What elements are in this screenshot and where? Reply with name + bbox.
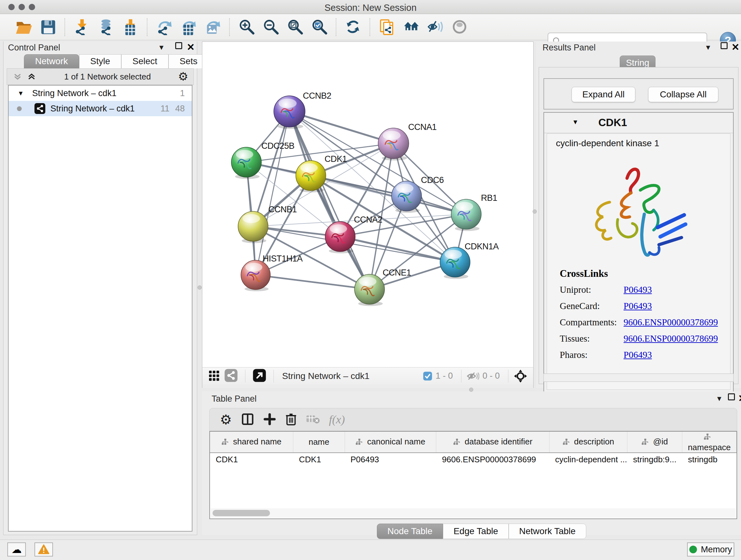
panel-float-icon[interactable] (175, 42, 182, 49)
network-node-HIST1H1A[interactable]: HIST1H1A (241, 254, 303, 291)
table-cell[interactable]: stringdb:9... (627, 453, 682, 466)
tab-node-table[interactable]: Node Table (377, 523, 443, 539)
column-label: namespace (688, 442, 731, 452)
delete-table-icon[interactable] (306, 414, 320, 426)
crosslink-link[interactable]: 9606.ENSP00000378699 (623, 317, 718, 327)
eye-button[interactable] (450, 18, 469, 37)
table-cell[interactable]: CDK1 (293, 453, 345, 466)
horizontal-scrollbar[interactable] (211, 508, 736, 518)
birdseye-crosshair-icon[interactable] (514, 369, 528, 383)
crosslink-link[interactable]: P06493 (623, 350, 652, 360)
protein-card-header[interactable]: ▼ CDK1 (544, 113, 733, 133)
warning-button[interactable] (35, 543, 53, 557)
network-node-CCNA1[interactable]: CCNA1 (378, 122, 436, 161)
export-image-button[interactable] (203, 18, 222, 37)
crosslink-link[interactable]: 9606.ENSP00000378699 (623, 333, 718, 344)
hierarchy-icon (642, 438, 649, 448)
glasses-slash-button[interactable] (426, 18, 445, 37)
open-session-button[interactable] (14, 18, 33, 37)
control-panel-title: Control Panel (8, 43, 60, 53)
column-header-description[interactable]: description (549, 432, 627, 453)
crosslink-link[interactable]: P06493 (623, 285, 652, 295)
scrollbar-thumb[interactable] (212, 510, 270, 516)
export-network-button[interactable] (155, 18, 173, 37)
zoom-out-button[interactable] (261, 18, 280, 37)
cloud-button[interactable]: ☁ (7, 543, 26, 557)
tree-expander-icon[interactable]: ▼ (17, 90, 24, 97)
network-node-CDK1[interactable]: CDK1 (296, 154, 347, 192)
network-row[interactable]: String Network – cdk1 11 48 (9, 101, 192, 116)
crosslink-link[interactable]: P06493 (623, 301, 652, 311)
network-canvas[interactable]: CCNB2CCNA1CDC25BCDK1CDC6RB1CCNB1CCNA2CDK… (202, 42, 533, 367)
network-node-RB1[interactable]: RB1 (451, 193, 497, 231)
network-edge[interactable] (256, 111, 289, 275)
apply-layout-button[interactable] (344, 18, 362, 37)
panel-close-icon[interactable]: ✕ (738, 393, 741, 404)
import-network-database-button[interactable] (97, 18, 115, 37)
tab-network-table[interactable]: Network Table (509, 523, 586, 539)
table-cell[interactable]: P06493 (345, 453, 436, 466)
splitter-handle[interactable] (469, 388, 473, 392)
table-cell[interactable]: cyclin-dependent ... (549, 453, 627, 466)
splitter-handle[interactable] (533, 209, 537, 213)
delete-column-trash-icon[interactable] (285, 413, 297, 427)
function-builder-icon[interactable]: f(x) (329, 413, 345, 426)
network-edge[interactable] (340, 237, 455, 262)
tab-select[interactable]: Select (121, 54, 169, 68)
column-label: name (309, 437, 329, 447)
column-header-database-identifier[interactable]: database identifier (436, 432, 549, 453)
panel-close-icon[interactable]: ✕ (187, 42, 195, 53)
export-table-button[interactable] (179, 18, 198, 37)
zoom-fit-button[interactable] (286, 18, 304, 37)
string-houses-button[interactable] (402, 18, 420, 37)
collapse-all-icon[interactable] (12, 72, 23, 81)
table-cell[interactable]: CDK1 (210, 453, 293, 466)
panel-float-icon[interactable] (721, 42, 728, 49)
memory-button[interactable]: Memory (687, 543, 734, 557)
expand-all-button[interactable]: Expand All (571, 87, 635, 102)
save-session-button[interactable] (39, 18, 57, 37)
tab-style[interactable]: Style (79, 54, 121, 68)
add-column-plus-icon[interactable] (263, 413, 276, 427)
expand-all-icon[interactable] (26, 72, 37, 81)
string-network-badge-icon[interactable] (224, 368, 238, 383)
panel-close-icon[interactable]: ✕ (731, 42, 739, 53)
hidden-eye-icon[interactable] (467, 371, 479, 381)
gear-icon[interactable]: ⚙ (178, 70, 188, 83)
show-columns-icon[interactable] (241, 413, 254, 427)
splitter-handle[interactable] (198, 286, 202, 290)
network-node-CDKN1A[interactable]: CDKN1A (440, 242, 499, 279)
network-node-CCNB1[interactable]: CCNB1 (238, 205, 297, 243)
table-cell[interactable]: stringdb (682, 453, 737, 466)
tab-edge-table[interactable]: Edge Table (443, 523, 509, 539)
column-header-shared-name[interactable]: shared name (210, 432, 293, 453)
window-title: Session: New Session (0, 3, 741, 13)
open-in-window-icon[interactable] (253, 368, 266, 383)
network-collection-row[interactable]: ▼ String Network – cdk1 1 (9, 85, 192, 101)
panel-menu-icon[interactable]: ▼ (704, 44, 712, 52)
column-header-canonical-name[interactable]: canonical name (345, 432, 436, 453)
selected-checkbox-icon[interactable] (423, 371, 432, 381)
import-table-button[interactable] (121, 18, 139, 37)
panel-menu-icon[interactable]: ▼ (716, 395, 723, 403)
duplicate-network-button[interactable] (378, 18, 396, 37)
collection-label: String Network – cdk1 (32, 88, 174, 98)
tab-network[interactable]: Network (24, 54, 79, 68)
collapse-triangle-icon[interactable]: ▼ (572, 118, 579, 126)
collapse-all-button[interactable]: Collapse All (648, 87, 718, 102)
table-settings-gear-icon[interactable]: ⚙ (220, 412, 232, 428)
grid-view-icon[interactable] (207, 369, 220, 383)
column-header--id[interactable]: @id (627, 432, 682, 453)
column-header-name[interactable]: name (293, 432, 345, 453)
zoom-selected-button[interactable] (310, 18, 328, 37)
panel-float-icon[interactable] (728, 393, 735, 400)
import-network-file-button[interactable] (72, 18, 91, 37)
table-row[interactable]: CDK1CDK1P064939606.ENSP00000378699cyclin… (210, 453, 737, 466)
panel-menu-icon[interactable]: ▼ (158, 44, 165, 52)
network-edge[interactable] (289, 111, 394, 143)
column-header-namespace[interactable]: namespace (682, 432, 737, 453)
zoom-in-button[interactable] (237, 18, 256, 37)
network-edge[interactable] (256, 275, 369, 289)
protein-name: CDK1 (598, 117, 627, 129)
table-cell[interactable]: 9606.ENSP00000378699 (436, 453, 549, 466)
